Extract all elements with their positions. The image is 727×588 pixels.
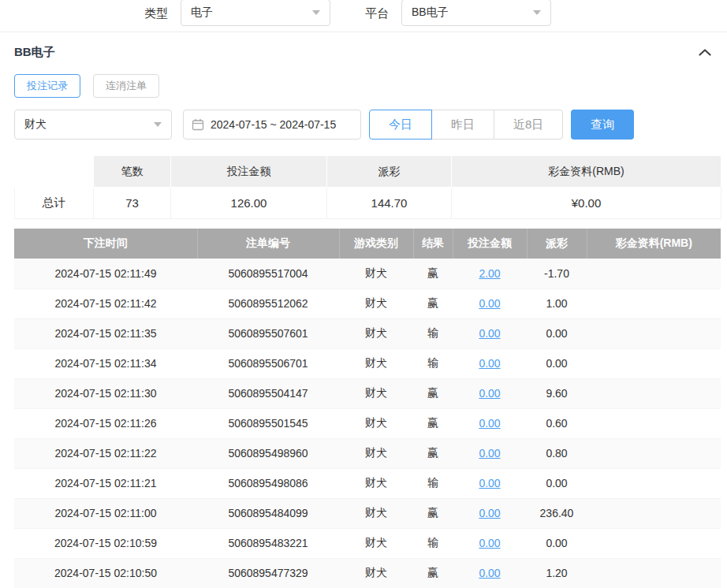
yesterday-button[interactable]: 昨日 (431, 110, 494, 140)
last-8-days-button[interactable]: 近8日 (494, 110, 563, 140)
records-table-body: 2024-07-15 02:11:495060895517004财犬赢2.00-… (14, 259, 721, 588)
chevron-down-icon (154, 122, 162, 127)
cell-bet-amount: 0.00 (453, 288, 527, 318)
summary-table: 笔数 投注金额 派彩 彩金资料(RMB) 总计 73 126.00 144.70… (14, 155, 721, 219)
collapse-section-button[interactable] (699, 49, 711, 56)
top-filter-bar: 类型 电子 平台 BB电子 (0, 0, 727, 32)
quick-date-button-group: 今日 昨日 近8日 (369, 110, 563, 140)
table-row: 2024-07-15 02:11:495060895517004财犬赢2.00-… (14, 259, 721, 288)
cell-bet-time: 2024-07-15 02:10:50 (14, 558, 197, 588)
bet-amount-link[interactable]: 0.00 (479, 567, 500, 579)
cell-bonus (587, 558, 721, 588)
cell-bet-amount: 0.00 (453, 408, 527, 438)
cell-bet-time: 2024-07-15 02:11:42 (14, 288, 197, 318)
cell-bet-amount: 0.00 (453, 528, 527, 558)
table-row: 2024-07-15 02:10:505060895477329财犬赢0.001… (14, 558, 721, 588)
records-header-payout: 派彩 (527, 229, 587, 259)
summary-header-row: 笔数 投注金额 派彩 彩金资料(RMB) (15, 156, 721, 188)
bet-amount-link[interactable]: 0.00 (479, 507, 500, 519)
platform-label: 平台 (365, 1, 389, 26)
table-row: 2024-07-15 02:11:305060895504147财犬赢0.009… (14, 378, 721, 408)
records-header-row: 下注时间 注单编号 游戏类别 结果 投注金额 派彩 彩金资料(RMB) (14, 229, 721, 259)
cell-result: 输 (413, 528, 453, 558)
cell-bonus (587, 468, 721, 498)
cell-order-id: 5060895506701 (197, 348, 339, 378)
cell-result: 赢 (413, 378, 453, 408)
bet-amount-link[interactable]: 0.00 (479, 297, 500, 310)
cell-game-type: 财犬 (339, 259, 413, 288)
cell-payout: 0.80 (527, 438, 587, 468)
platform-filter-group: 平台 BB电子 (365, 0, 551, 26)
date-range-input[interactable]: 2024-07-15 ~ 2024-07-15 (183, 110, 361, 140)
tab-bet-records[interactable]: 投注记录 (14, 74, 80, 98)
date-range-value: 2024-07-15 ~ 2024-07-15 (211, 118, 336, 131)
table-row: 2024-07-15 02:11:225060895498960财犬赢0.000… (14, 438, 721, 468)
section-header: BB电子 (0, 32, 727, 60)
summary-total-row: 总计 73 126.00 144.70 ¥0.00 (15, 188, 721, 219)
cell-bet-amount: 0.00 (453, 498, 527, 528)
cell-bet-amount: 2.00 (453, 259, 527, 288)
bet-amount-link[interactable]: 2.00 (479, 267, 500, 280)
bet-amount-link[interactable]: 0.00 (479, 417, 500, 430)
tab-cancelled-orders[interactable]: 连消注单 (93, 74, 159, 98)
table-row: 2024-07-15 02:11:425060895512062财犬赢0.001… (14, 288, 721, 318)
cell-result: 赢 (413, 438, 453, 468)
cell-bet-amount: 0.00 (453, 438, 527, 468)
bet-amount-link[interactable]: 0.00 (479, 357, 500, 370)
cell-bet-time: 2024-07-15 02:11:21 (14, 468, 197, 498)
cell-game-type: 财犬 (339, 528, 413, 558)
cell-bet-time: 2024-07-15 02:11:30 (14, 378, 197, 408)
section-title: BB电子 (14, 45, 55, 60)
cell-game-type: 财犬 (339, 318, 413, 348)
summary-total-bet-amount: 126.00 (171, 188, 327, 219)
table-row: 2024-07-15 02:11:355060895507601财犬输0.000… (14, 318, 721, 348)
cell-bet-amount: 0.00 (453, 318, 527, 348)
bet-amount-link[interactable]: 0.00 (479, 387, 500, 400)
game-select[interactable]: 财犬 (14, 110, 172, 140)
table-row: 2024-07-15 02:11:005060895484099财犬赢0.002… (14, 498, 721, 528)
cell-order-id: 5060895507601 (197, 318, 339, 348)
bet-amount-link[interactable]: 0.00 (479, 537, 500, 549)
type-label: 类型 (144, 1, 168, 26)
cell-payout: 236.40 (527, 498, 587, 528)
cell-order-id: 5060895517004 (197, 259, 339, 288)
today-button[interactable]: 今日 (369, 110, 432, 140)
cell-bonus (587, 378, 721, 408)
cell-order-id: 5060895512062 (197, 288, 339, 318)
cell-game-type: 财犬 (339, 498, 413, 528)
filter-row: 财犬 2024-07-15 ~ 2024-07-15 今日 昨日 近8日 查询 (0, 110, 727, 140)
bet-amount-link[interactable]: 0.00 (479, 447, 500, 460)
cell-game-type: 财犬 (339, 438, 413, 468)
cell-result: 输 (413, 318, 453, 348)
records-header-bet-time: 下注时间 (14, 229, 197, 259)
cell-bet-amount: 0.00 (453, 468, 527, 498)
cell-order-id: 5060895483221 (197, 528, 339, 558)
tab-bar: 投注记录 连消注单 (0, 74, 727, 98)
cell-bonus (587, 408, 721, 438)
table-row: 2024-07-15 02:11:265060895501545财犬赢0.000… (14, 408, 721, 438)
cell-bonus (587, 259, 721, 288)
cell-bet-amount: 0.00 (453, 558, 527, 588)
summary-total-bonus: ¥0.00 (452, 188, 721, 219)
platform-select-value: BB电子 (412, 6, 449, 20)
query-button[interactable]: 查询 (571, 110, 634, 140)
cell-bet-time: 2024-07-15 02:11:22 (14, 438, 197, 468)
bet-amount-link[interactable]: 0.00 (479, 327, 500, 340)
platform-select[interactable]: BB电子 (401, 0, 551, 26)
cell-bet-time: 2024-07-15 02:11:35 (14, 318, 197, 348)
cell-payout: 0.00 (527, 528, 587, 558)
cell-result: 赢 (413, 288, 453, 318)
cell-result: 赢 (413, 498, 453, 528)
cell-order-id: 5060895498086 (197, 468, 339, 498)
cell-bonus (587, 438, 721, 468)
cell-payout: 9.60 (527, 378, 587, 408)
cell-payout: 0.00 (527, 318, 587, 348)
type-select[interactable]: 电子 (181, 0, 330, 26)
cell-payout: -1.70 (527, 259, 587, 288)
cell-payout: 1.20 (527, 558, 587, 588)
cell-order-id: 5060895504147 (197, 378, 339, 408)
cell-payout: 0.60 (527, 408, 587, 438)
bet-amount-link[interactable]: 0.00 (479, 477, 500, 489)
cell-game-type: 财犬 (339, 558, 413, 588)
cell-game-type: 财犬 (339, 408, 413, 438)
